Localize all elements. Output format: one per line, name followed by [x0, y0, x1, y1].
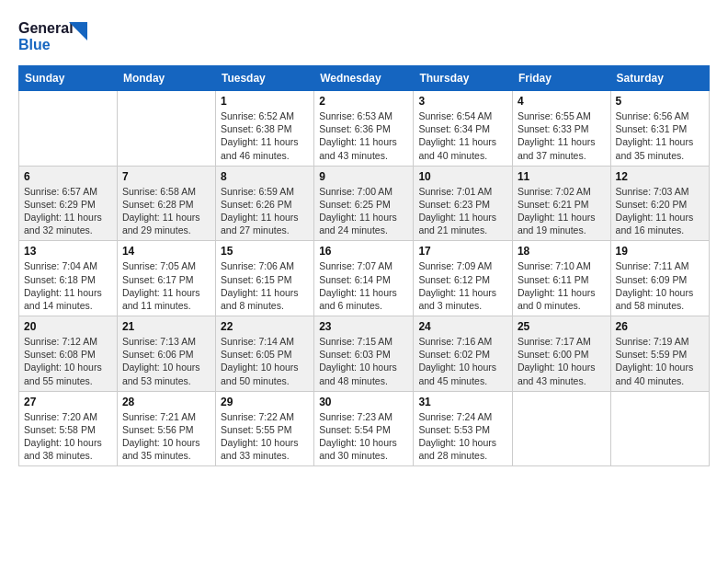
day-info: Sunrise: 7:21 AM Sunset: 5:56 PM Dayligh… — [122, 410, 210, 463]
calendar-cell: 19Sunrise: 7:11 AM Sunset: 6:09 PM Dayli… — [610, 241, 709, 316]
day-info: Sunrise: 7:12 AM Sunset: 6:08 PM Dayligh… — [24, 335, 112, 387]
day-number: 7 — [122, 170, 210, 183]
day-of-week-header: Tuesday — [215, 66, 313, 91]
calendar-cell: 14Sunrise: 7:05 AM Sunset: 6:17 PM Dayli… — [117, 241, 215, 316]
day-number: 17 — [418, 245, 507, 258]
header: General Blue — [18, 15, 710, 56]
day-info: Sunrise: 7:11 AM Sunset: 6:09 PM Dayligh… — [616, 259, 704, 312]
day-number: 9 — [319, 170, 408, 183]
day-number: 3 — [418, 95, 507, 108]
calendar-cell: 9Sunrise: 7:00 AM Sunset: 6:25 PM Daylig… — [314, 166, 414, 241]
calendar-cell: 6Sunrise: 6:57 AM Sunset: 6:29 PM Daylig… — [19, 166, 118, 241]
day-of-week-header: Monday — [117, 66, 215, 91]
calendar-cell: 5Sunrise: 6:56 AM Sunset: 6:31 PM Daylig… — [610, 91, 709, 167]
day-number: 1 — [221, 95, 309, 108]
day-info: Sunrise: 7:19 AM Sunset: 5:59 PM Dayligh… — [616, 335, 704, 387]
calendar-week-row: 20Sunrise: 7:12 AM Sunset: 6:08 PM Dayli… — [19, 316, 710, 392]
day-of-week-header: Friday — [512, 66, 610, 91]
calendar-cell: 4Sunrise: 6:55 AM Sunset: 6:33 PM Daylig… — [512, 91, 610, 167]
calendar-cell: 13Sunrise: 7:04 AM Sunset: 6:18 PM Dayli… — [19, 241, 118, 316]
svg-text:Blue: Blue — [18, 37, 51, 52]
day-info: Sunrise: 7:15 AM Sunset: 6:03 PM Dayligh… — [319, 335, 408, 387]
calendar-week-row: 13Sunrise: 7:04 AM Sunset: 6:18 PM Dayli… — [19, 241, 710, 316]
day-number: 13 — [24, 245, 112, 258]
day-info: Sunrise: 7:01 AM Sunset: 6:23 PM Dayligh… — [418, 185, 507, 237]
day-number: 5 — [616, 95, 704, 108]
day-info: Sunrise: 7:09 AM Sunset: 6:12 PM Dayligh… — [418, 259, 507, 312]
day-info: Sunrise: 6:59 AM Sunset: 6:26 PM Dayligh… — [221, 185, 309, 237]
day-info: Sunrise: 7:05 AM Sunset: 6:17 PM Dayligh… — [122, 259, 210, 312]
day-number: 19 — [616, 245, 704, 258]
logo-icon: General Blue — [18, 15, 92, 56]
day-number: 30 — [319, 396, 408, 408]
day-number: 2 — [319, 95, 408, 108]
day-number: 22 — [221, 320, 309, 333]
day-info: Sunrise: 6:56 AM Sunset: 6:31 PM Dayligh… — [616, 109, 704, 162]
calendar-week-row: 6Sunrise: 6:57 AM Sunset: 6:29 PM Daylig… — [19, 166, 710, 241]
day-of-week-header: Thursday — [414, 66, 513, 91]
calendar-cell — [610, 391, 709, 466]
calendar-week-row: 1Sunrise: 6:52 AM Sunset: 6:38 PM Daylig… — [19, 91, 710, 167]
day-number: 10 — [418, 170, 507, 183]
day-number: 24 — [418, 320, 507, 333]
day-number: 23 — [319, 320, 408, 333]
calendar-cell: 3Sunrise: 6:54 AM Sunset: 6:34 PM Daylig… — [414, 91, 513, 167]
calendar-cell: 26Sunrise: 7:19 AM Sunset: 5:59 PM Dayli… — [610, 316, 709, 392]
day-info: Sunrise: 7:07 AM Sunset: 6:14 PM Dayligh… — [319, 259, 408, 312]
day-info: Sunrise: 7:06 AM Sunset: 6:15 PM Dayligh… — [221, 259, 309, 312]
day-number: 20 — [24, 320, 112, 333]
day-of-week-header: Sunday — [19, 66, 118, 91]
calendar-cell: 30Sunrise: 7:23 AM Sunset: 5:54 PM Dayli… — [314, 391, 414, 466]
calendar-cell: 18Sunrise: 7:10 AM Sunset: 6:11 PM Dayli… — [512, 241, 610, 316]
day-info: Sunrise: 6:52 AM Sunset: 6:38 PM Dayligh… — [221, 109, 309, 162]
calendar-cell: 25Sunrise: 7:17 AM Sunset: 6:00 PM Dayli… — [512, 316, 610, 392]
day-number: 14 — [122, 245, 210, 258]
calendar-cell — [19, 91, 118, 167]
day-info: Sunrise: 7:23 AM Sunset: 5:54 PM Dayligh… — [319, 410, 408, 463]
svg-text:General: General — [18, 20, 74, 36]
day-info: Sunrise: 7:13 AM Sunset: 6:06 PM Dayligh… — [122, 335, 210, 387]
day-info: Sunrise: 7:24 AM Sunset: 5:53 PM Dayligh… — [418, 410, 507, 463]
calendar-cell: 24Sunrise: 7:16 AM Sunset: 6:02 PM Dayli… — [414, 316, 513, 392]
calendar-cell: 27Sunrise: 7:20 AM Sunset: 5:58 PM Dayli… — [19, 391, 118, 466]
day-info: Sunrise: 7:10 AM Sunset: 6:11 PM Dayligh… — [518, 259, 606, 312]
day-info: Sunrise: 6:54 AM Sunset: 6:34 PM Dayligh… — [418, 109, 507, 162]
day-number: 25 — [518, 320, 606, 333]
day-number: 8 — [221, 170, 309, 183]
calendar-cell — [117, 91, 215, 167]
day-number: 18 — [518, 245, 606, 258]
calendar-cell: 1Sunrise: 6:52 AM Sunset: 6:38 PM Daylig… — [215, 91, 313, 167]
calendar-cell: 15Sunrise: 7:06 AM Sunset: 6:15 PM Dayli… — [215, 241, 313, 316]
day-number: 28 — [122, 396, 210, 408]
calendar-cell: 23Sunrise: 7:15 AM Sunset: 6:03 PM Dayli… — [314, 316, 414, 392]
calendar-cell: 29Sunrise: 7:22 AM Sunset: 5:55 PM Dayli… — [215, 391, 313, 466]
day-info: Sunrise: 6:55 AM Sunset: 6:33 PM Dayligh… — [518, 109, 606, 162]
day-info: Sunrise: 6:58 AM Sunset: 6:28 PM Dayligh… — [122, 185, 210, 237]
calendar-cell: 10Sunrise: 7:01 AM Sunset: 6:23 PM Dayli… — [414, 166, 513, 241]
calendar-week-row: 27Sunrise: 7:20 AM Sunset: 5:58 PM Dayli… — [19, 391, 710, 466]
calendar-cell — [512, 391, 610, 466]
day-info: Sunrise: 7:20 AM Sunset: 5:58 PM Dayligh… — [24, 410, 112, 463]
calendar-cell: 8Sunrise: 6:59 AM Sunset: 6:26 PM Daylig… — [215, 166, 313, 241]
calendar-cell: 31Sunrise: 7:24 AM Sunset: 5:53 PM Dayli… — [414, 391, 513, 466]
calendar-cell: 12Sunrise: 7:03 AM Sunset: 6:20 PM Dayli… — [610, 166, 709, 241]
day-info: Sunrise: 7:02 AM Sunset: 6:21 PM Dayligh… — [518, 185, 606, 237]
day-info: Sunrise: 7:16 AM Sunset: 6:02 PM Dayligh… — [418, 335, 507, 387]
calendar-cell: 17Sunrise: 7:09 AM Sunset: 6:12 PM Dayli… — [414, 241, 513, 316]
day-info: Sunrise: 7:14 AM Sunset: 6:05 PM Dayligh… — [221, 335, 309, 387]
day-info: Sunrise: 7:00 AM Sunset: 6:25 PM Dayligh… — [319, 185, 408, 237]
calendar-header-row: SundayMondayTuesdayWednesdayThursdayFrid… — [19, 66, 710, 91]
day-of-week-header: Saturday — [610, 66, 709, 91]
calendar-cell: 2Sunrise: 6:53 AM Sunset: 6:36 PM Daylig… — [314, 91, 414, 167]
logo: General Blue — [18, 15, 92, 56]
day-number: 29 — [221, 396, 309, 408]
calendar-cell: 7Sunrise: 6:58 AM Sunset: 6:28 PM Daylig… — [117, 166, 215, 241]
day-info: Sunrise: 6:53 AM Sunset: 6:36 PM Dayligh… — [319, 109, 408, 162]
day-info: Sunrise: 7:04 AM Sunset: 6:18 PM Dayligh… — [24, 259, 112, 312]
day-number: 16 — [319, 245, 408, 258]
day-info: Sunrise: 6:57 AM Sunset: 6:29 PM Dayligh… — [24, 185, 112, 237]
day-info: Sunrise: 7:03 AM Sunset: 6:20 PM Dayligh… — [616, 185, 704, 237]
day-number: 31 — [418, 396, 507, 408]
calendar-table: SundayMondayTuesdayWednesdayThursdayFrid… — [18, 65, 710, 466]
day-number: 6 — [24, 170, 112, 183]
